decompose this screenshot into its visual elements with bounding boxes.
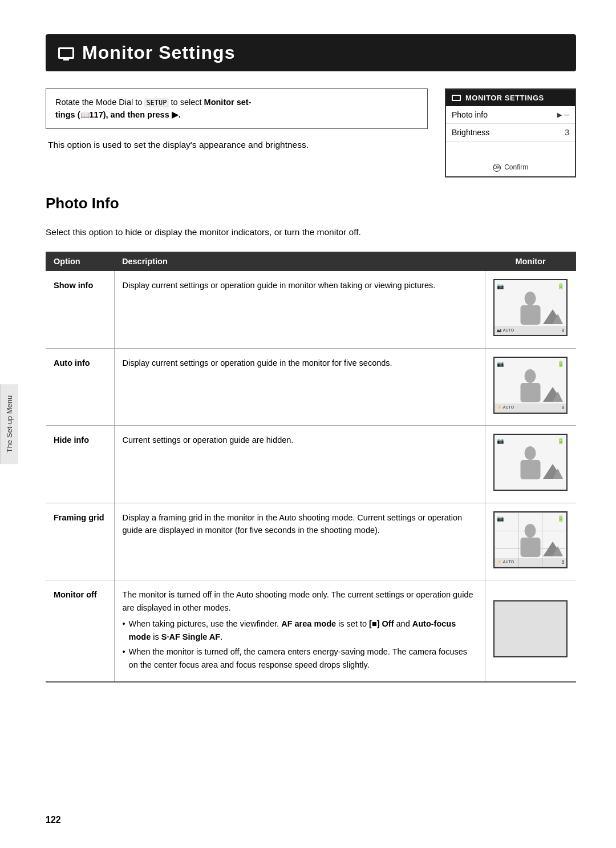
desc-framing-grid: Display a framing grid in the monitor in… — [114, 503, 485, 580]
panel-title-label: MONITOR SETTINGS — [465, 94, 544, 102]
svg-rect-9 — [521, 460, 541, 479]
desc-show-info: Display current settings or operation gu… — [114, 271, 485, 348]
side-tab: The Set-up Menu — [0, 384, 18, 464]
panel-title: MONITOR SETTINGS — [446, 90, 575, 106]
page-number: 122 — [46, 815, 61, 825]
photo-info-heading: Photo Info — [46, 195, 576, 215]
monitor-settings-panel: MONITOR SETTINGS Photo info ▶ -- Brightn… — [445, 88, 576, 177]
panel-row-photoinfo: Photo info ▶ -- — [446, 106, 575, 124]
page-wrapper: The Set-up Menu Monitor Settings Rotate … — [0, 0, 616, 848]
intro-line3: ), and then press ▶. — [103, 110, 181, 119]
cam-num-1: 8 — [562, 327, 565, 334]
cam-icon-tl-4: 📷 — [497, 514, 504, 523]
cam-icon-tl-3: 📷 — [497, 437, 504, 446]
panel-photoinfo-label: Photo info — [452, 110, 488, 119]
monitor-framing-grid: 📷 🔋 ⚡ AUTO 8 — [485, 503, 576, 580]
panel-brightness-value: 3 — [565, 128, 569, 137]
cam-monitor-off — [493, 600, 568, 657]
intro-text: Rotate the Mode Dial to SETUP to select … — [46, 88, 428, 152]
photo-info-intro: Select this option to hide or display th… — [46, 225, 576, 240]
bullet-text-1: When taking pictures, use the viewfinder… — [129, 617, 477, 643]
monitor-off-bullet2: • When the monitor is turned off, the ca… — [123, 645, 477, 671]
svg-rect-5 — [521, 383, 541, 402]
svg-point-8 — [525, 446, 536, 460]
cam-icon-tr-4: 🔋 — [557, 514, 564, 523]
cam-monitor-framing-grid: 📷 🔋 ⚡ AUTO 8 — [493, 511, 568, 568]
cam-mode-1: 📷 AUTO — [497, 328, 514, 334]
cam-monitor-hide-info: 📷 🔋 — [493, 434, 568, 491]
panel-brightness-label: Brightness — [452, 128, 489, 137]
svg-point-12 — [525, 524, 536, 538]
monitor-off-bullet1: • When taking pictures, use the viewfind… — [123, 617, 477, 643]
cam-mountain-1 — [543, 308, 563, 325]
cam-mountain-2 — [543, 386, 563, 403]
intro-note-line1: Rotate the Mode Dial to SETUP to select … — [55, 98, 252, 119]
panel-row-brightness: Brightness 3 — [446, 124, 575, 142]
off-bold: [■] Off — [369, 619, 394, 628]
monitor-off-p1: The monitor is turned off in the Auto sh… — [123, 588, 477, 614]
cam-icon-tl-1: 📷 — [497, 282, 504, 291]
intro-body: This option is used to set the display's… — [46, 138, 428, 152]
page-title: Monitor Settings — [82, 42, 235, 63]
desc-auto-info: Display current settings or operation gu… — [114, 348, 485, 425]
desc-monitor-off: The monitor is turned off in the Auto sh… — [114, 580, 485, 682]
panel-confirm: OK Confirm — [446, 159, 575, 176]
intro-page-ref: 117 — [90, 110, 103, 119]
book-icon: 📖 — [80, 111, 90, 119]
intro-section: Rotate the Mode Dial to SETUP to select … — [46, 88, 576, 177]
monitor-auto-info: 📷 🔋 ⚡ AUTO 8 — [485, 348, 576, 425]
bullet-dot-1: • — [123, 617, 125, 643]
cam-num-2: 8 — [562, 404, 565, 411]
svg-point-4 — [525, 369, 536, 383]
ok-icon: OK — [493, 164, 501, 172]
cam-num-4: 8 — [562, 559, 565, 566]
svg-rect-1 — [521, 305, 541, 325]
col-description: Description — [114, 252, 485, 271]
option-hide-info: Hide info — [46, 426, 114, 503]
table-header-row: Option Description Monitor — [46, 252, 576, 271]
col-option: Option — [46, 252, 114, 271]
af-area-bold: AF area mode — [281, 619, 336, 628]
option-auto-info: Auto info — [46, 348, 114, 425]
monitor-show-info: 📷 🔋 📷 AUTO 8 — [485, 271, 576, 348]
svg-rect-13 — [521, 538, 541, 557]
table-row: Monitor off The monitor is turned off in… — [46, 580, 576, 682]
table-row: Auto info Display current settings or op… — [46, 348, 576, 425]
table-row: Framing grid Display a framing grid in t… — [46, 503, 576, 580]
cam-figure-1 — [515, 292, 546, 325]
cam-icon-tl-2: 📷 — [497, 360, 504, 369]
desc-hide-info: Current settings or operation guide are … — [114, 426, 485, 503]
table-row: Show info Display current settings or op… — [46, 271, 576, 348]
cam-bottom-bar-4: ⚡ AUTO 8 — [495, 558, 566, 567]
cam-figure-2 — [515, 369, 546, 402]
info-table: Option Description Monitor Show info Dis… — [46, 252, 576, 683]
cam-icon-tr-2: 🔋 — [557, 360, 564, 369]
cam-mountain-3 — [543, 463, 563, 480]
monitor-hide-info: 📷 🔋 — [485, 426, 576, 503]
intro-note: Rotate the Mode Dial to SETUP to select … — [46, 88, 428, 129]
cam-monitor-show-info: 📷 🔋 📷 AUTO 8 — [493, 279, 568, 336]
cam-figure-3 — [515, 446, 546, 479]
monitor-icon — [58, 47, 74, 59]
bullet-text-2: When the monitor is turned off, the came… — [129, 645, 477, 671]
side-tab-label: The Set-up Menu — [5, 395, 14, 453]
cam-icon-tr-3: 🔋 — [557, 437, 564, 446]
cam-figure-4 — [515, 524, 546, 557]
cam-bottom-bar-2: ⚡ AUTO 8 — [495, 403, 566, 413]
cam-mode-2: ⚡ AUTO — [497, 405, 514, 411]
bullet-dot-2: • — [123, 645, 125, 671]
option-framing-grid: Framing grid — [46, 503, 114, 580]
setup-code: SETUP — [144, 98, 168, 107]
svg-point-0 — [525, 292, 536, 305]
panel-confirm-label: Confirm — [504, 163, 528, 171]
title-bar: Monitor Settings — [46, 34, 576, 71]
cam-mountain-4 — [543, 540, 563, 558]
panel-monitor-icon — [452, 95, 461, 101]
cam-icon-tr-1: 🔋 — [557, 282, 564, 291]
monitor-monitor-off — [485, 580, 576, 682]
panel-photoinfo-arrow: ▶ — [557, 111, 562, 119]
col-monitor: Monitor — [485, 252, 576, 271]
panel-photoinfo-value: -- — [564, 110, 569, 119]
cam-mode-4: ⚡ AUTO — [497, 559, 514, 566]
saf-bold: S·AF Single AF — [161, 632, 220, 641]
